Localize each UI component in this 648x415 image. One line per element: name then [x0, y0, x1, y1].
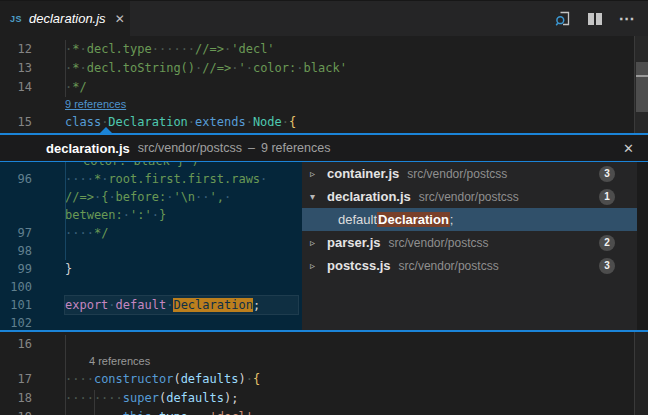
line-number: 14 — [0, 78, 32, 97]
line-number: 101 — [0, 296, 32, 314]
token-ws: ·· — [195, 190, 209, 204]
reference-match-highlight: Declaration — [377, 212, 450, 227]
line-number: 19 — [0, 408, 32, 415]
token-p: } — [65, 262, 72, 276]
chevron-collapsed-icon[interactable]: ▹ — [310, 260, 324, 271]
reference-filepath: src/vendor/postcss — [399, 259, 499, 273]
code-text: ·*·decl.type······//=>·'decl' — [65, 40, 632, 59]
search-file-icon — [554, 10, 572, 28]
code-text: ········super(defaults); — [65, 389, 632, 408]
code-text: ·*/ — [65, 78, 632, 97]
tab-close-icon[interactable]: ✕ — [115, 12, 125, 26]
token-c: */ — [72, 80, 86, 94]
vertical-scrollbar-lower[interactable] — [634, 332, 648, 415]
code-text: ····*·root.first.first.raws· — [65, 170, 298, 188]
code-text: ····constructor(defaults)·{ — [65, 370, 632, 389]
indent-guide — [65, 162, 66, 260]
chevron-collapsed-icon[interactable]: ▹ — [310, 168, 324, 179]
token-c: color: — [83, 162, 126, 168]
code-text: ·*·decl.toString()·//=>·'·color:·black' — [65, 59, 632, 78]
code-line: 98 — [0, 242, 302, 260]
token-v: type — [159, 410, 188, 415]
code-line: 19········this.type·=·'decl'; — [0, 408, 648, 415]
references-result-list[interactable]: ▹container.jssrc/vendor/postcss3▾declara… — [302, 162, 648, 330]
token-m: default — [116, 298, 167, 312]
token-t: Declaration — [108, 115, 187, 129]
match-highlight: Declaration — [173, 298, 252, 312]
peek-title-dash: – — [248, 141, 255, 155]
tab-declaration-js[interactable]: JS declaration.js ✕ — [0, 1, 130, 36]
vertical-scrollbar[interactable] — [634, 36, 648, 133]
token-ws: ······ — [152, 42, 195, 56]
reference-filename: parser.js — [327, 235, 381, 250]
codelens-row: 4 references — [0, 354, 648, 370]
indent-guide — [94, 390, 95, 415]
code-line: 13·*·decl.toString()·//=>·'·color:·black… — [0, 59, 648, 78]
reference-filepath: src/vendor/postcss — [389, 236, 489, 250]
split-editor-icon — [587, 12, 603, 26]
token-c: */ — [94, 226, 108, 240]
peek-title-path: src/vendor/postcss — [138, 141, 242, 155]
line-number: 18 — [0, 389, 32, 408]
token-ws: · — [188, 115, 195, 129]
chevron-collapsed-icon[interactable]: ▹ — [310, 237, 324, 248]
peek-body: color:·black·}')96····*·root.first.first… — [0, 162, 648, 330]
codelens-row: 9 references — [0, 97, 648, 113]
reference-count-badge: 3 — [599, 258, 615, 274]
token-b: { — [289, 115, 296, 129]
reference-count-badge: 2 — [599, 235, 615, 251]
code-text — [65, 278, 298, 296]
reference-count-badge: 1 — [599, 189, 615, 205]
token-c: before: — [116, 190, 167, 204]
token-ws: · — [296, 61, 303, 75]
line-number: 17 — [0, 370, 32, 389]
reference-filename: declaration.js — [327, 189, 411, 204]
code-line: 96····*·root.first.first.raws· — [0, 170, 302, 188]
tab-title: declaration.js — [29, 11, 106, 26]
reference-preview-text: default — [338, 212, 377, 227]
code-text: between:·':'·} — [65, 206, 298, 224]
codelens-references-link[interactable]: 4 references — [89, 354, 150, 370]
split-editor-button[interactable] — [582, 6, 608, 32]
scrollbar-thumb[interactable] — [636, 62, 648, 112]
token-p: . — [152, 410, 159, 415]
token-k: super — [123, 391, 159, 405]
code-text: ····*/ — [65, 224, 298, 242]
code-line: 99} — [0, 260, 302, 278]
token-v: defaults — [181, 372, 239, 386]
reference-item[interactable]: default Declaration; — [302, 208, 637, 231]
line-number: 13 — [0, 59, 32, 78]
token-ws: · — [170, 162, 177, 168]
token-ws: · — [123, 208, 130, 222]
peek-anchor-arrow — [99, 127, 113, 134]
search-in-file-button[interactable] — [550, 6, 576, 32]
code-text — [65, 242, 298, 260]
code-text: ········this.type·=·'decl'; — [65, 408, 632, 415]
chevron-expanded-icon[interactable]: ▾ — [310, 191, 324, 202]
peek-editor[interactable]: color:·black·}')96····*·root.first.first… — [0, 162, 302, 330]
peek-header: declaration.js src/vendor/postcss – 9 re… — [0, 135, 648, 162]
code-text — [65, 335, 632, 354]
reference-file-row-container-js[interactable]: ▹container.jssrc/vendor/postcss3 — [302, 162, 637, 185]
reference-file-row-parser-js[interactable]: ▹parser.jssrc/vendor/postcss2 — [302, 231, 637, 254]
token-ws: ···· — [65, 172, 94, 186]
token-s: 'decl' — [210, 410, 253, 415]
reference-file-row-declaration-js[interactable]: ▾declaration.jssrc/vendor/postcss1 — [302, 185, 637, 208]
editor-region-top[interactable]: 12·*·decl.type······//=>·'decl'13·*·decl… — [0, 36, 648, 133]
more-actions-button[interactable]: ⋯ — [614, 6, 640, 32]
peek-close-icon[interactable]: ✕ — [623, 141, 634, 156]
peek-title-count: 9 references — [261, 141, 330, 155]
token-c: 'decl' — [231, 42, 274, 56]
line-number: 98 — [0, 242, 32, 260]
token-c: decl.type — [87, 42, 152, 56]
token-ws: · — [108, 298, 115, 312]
token-ws: · — [282, 115, 289, 129]
reference-file-row-postcss-js[interactable]: ▹postcss.jssrc/vendor/postcss3 — [302, 254, 637, 277]
codelens-references-link[interactable]: 9 references — [65, 97, 126, 113]
token-c: decl.toString() — [87, 61, 195, 75]
line-number — [0, 162, 32, 170]
token-ws: · — [202, 410, 209, 415]
editor-region-bottom[interactable]: 164 references17····constructor(defaults… — [0, 332, 648, 415]
code-text: class·Declaration·extends·Node·{ — [65, 113, 632, 132]
token-k: extends — [195, 115, 246, 129]
